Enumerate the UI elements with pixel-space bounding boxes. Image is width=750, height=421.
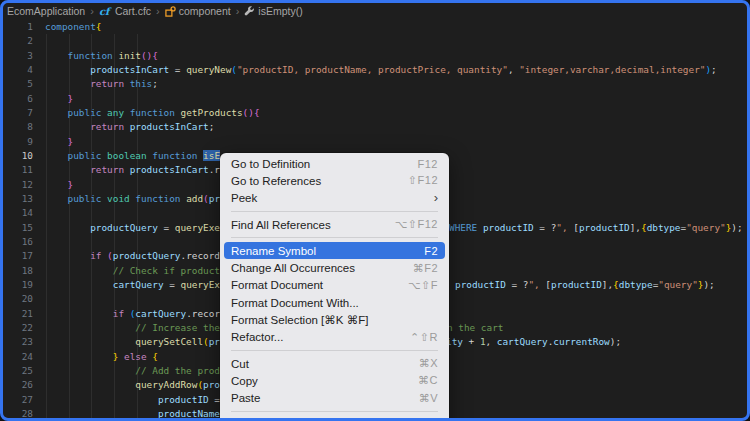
code-line-7[interactable]: public any function getProducts(){	[45, 106, 747, 121]
line-number: 25	[3, 364, 33, 379]
code-token: dbtype	[619, 279, 653, 290]
code-token	[45, 150, 68, 161]
code-token: if	[90, 250, 101, 261]
code-token: productID	[455, 279, 506, 290]
line-number: 5	[3, 77, 33, 92]
code-token: =	[164, 279, 181, 290]
menu-item-toggle-cf-comment[interactable]: Toggle CF comment⌃⌥C	[224, 416, 445, 421]
code-token: productName	[158, 408, 220, 419]
code-token: productID	[483, 222, 534, 233]
code-token: cartQuery	[135, 308, 186, 319]
code-token	[45, 250, 90, 261]
line-number: 1	[3, 20, 33, 35]
code-token: (){	[243, 107, 260, 118]
breadcrumb-label: component	[179, 5, 231, 17]
menu-item-label: Format Selection [⌘K ⌘F]	[231, 313, 438, 327]
menu-item-go-to-definition[interactable]: Go to DefinitionF12	[224, 155, 445, 172]
code-token: .record	[181, 250, 221, 261]
code-line-6[interactable]: }	[45, 92, 747, 107]
menu-item-label: Paste	[231, 392, 419, 404]
line-number: 21	[3, 307, 33, 322]
line-number: 17	[3, 249, 33, 264]
code-token: ;	[209, 121, 215, 132]
code-token: function	[135, 193, 180, 204]
code-token: productID	[579, 222, 630, 233]
code-line-4[interactable]: productsInCart = queryNew("productID, pr…	[45, 63, 747, 78]
code-token: }	[68, 136, 74, 147]
code-token: public	[68, 193, 102, 204]
code-line-8[interactable]: return productsInCart;	[45, 120, 747, 135]
breadcrumb-item-ecomapplication[interactable]: EcomApplication	[7, 5, 85, 17]
code-token: {	[96, 21, 102, 32]
code-line-3[interactable]: function init(){	[45, 49, 747, 64]
menu-item-change-all-occurrences[interactable]: Change All Occurrences⌘F2	[224, 259, 445, 276]
menu-separator	[231, 350, 438, 351]
code-token: productQuery	[90, 222, 158, 233]
code-token: = ?	[534, 222, 557, 233]
code-token: pro	[203, 379, 220, 390]
code-token: querySetCell	[135, 336, 203, 347]
code-token: return	[90, 164, 124, 175]
code-token: queryExe	[175, 222, 220, 233]
code-token: {	[152, 351, 158, 362]
menu-item-label: Find All References	[231, 219, 395, 231]
menu-item-format-document-with[interactable]: Format Document With...	[224, 294, 445, 311]
menu-item-label: Cut	[231, 358, 419, 370]
menu-item-cut[interactable]: Cut⌘X	[224, 355, 445, 372]
line-number: 28	[3, 407, 33, 421]
menu-item-format-selection-k-f[interactable]: Format Selection [⌘K ⌘F]	[224, 311, 445, 328]
code-token: "query"	[686, 222, 726, 233]
menu-item-rename-symbol[interactable]: Rename SymbolF2	[224, 242, 445, 259]
breadcrumb-label: EcomApplication	[7, 5, 85, 17]
menu-shortcut: F12	[418, 158, 438, 170]
menu-item-format-document[interactable]: Format Document⌥⇧F	[224, 277, 445, 294]
menu-item-label: Go to References	[231, 175, 408, 187]
menu-item-go-to-references[interactable]: Go to References⇧F12	[224, 172, 445, 189]
menu-item-paste[interactable]: Paste⌘V	[224, 390, 445, 407]
menu-item-refactor[interactable]: Refactor...⌃⇧R	[224, 329, 445, 346]
code-token: =	[209, 394, 220, 405]
vscode-window: EcomApplication›cfCart.cfc›component›isE…	[0, 0, 750, 421]
menu-item-copy[interactable]: Copy⌘C	[224, 372, 445, 389]
code-right-segment: WHERE productID = ?", [productID],{dbtyp…	[449, 221, 743, 235]
context-menu: Go to DefinitionF12Go to References⇧F12P…	[220, 153, 449, 421]
code-token	[45, 379, 135, 390]
code-token: function	[152, 150, 197, 161]
breadcrumb-item-isempty[interactable]: isEmpty()	[244, 5, 302, 17]
code-token: return	[90, 78, 124, 89]
code-right-segment: n the cart	[447, 321, 503, 335]
line-number: 22	[3, 321, 33, 336]
code-line-9[interactable]: }	[45, 135, 747, 150]
code-line-2[interactable]	[45, 34, 747, 49]
code-token: function	[130, 107, 175, 118]
menu-item-find-all-references[interactable]: Find All References⌥⇧F12	[224, 216, 445, 233]
menu-item-label: Copy	[231, 375, 418, 387]
code-token: );	[731, 222, 742, 233]
code-line-5[interactable]: return this;	[45, 77, 747, 92]
code-token: cartQuery	[113, 279, 164, 290]
line-number: 3	[3, 49, 33, 64]
code-token: productsInCart	[130, 164, 209, 175]
code-token	[45, 179, 68, 190]
code-token: .r	[209, 164, 220, 175]
code-token	[45, 279, 113, 290]
selected-symbol: isE	[203, 150, 220, 161]
menu-shortcut: ⌥⇧F12	[395, 218, 438, 231]
menu-item-peek[interactable]: Peek›	[224, 190, 445, 207]
code-token	[45, 78, 90, 89]
breadcrumb-item-cart-cfc[interactable]: cfCart.cfc	[99, 5, 151, 17]
cfml-file-icon: cf	[99, 6, 112, 17]
code-token: any	[107, 107, 124, 118]
code-token: +	[463, 336, 480, 347]
code-token: dbtype	[647, 222, 681, 233]
menu-shortcut: ⌥⇧F	[408, 279, 438, 292]
code-token	[45, 336, 135, 347]
menu-item-label: Change All Occurrences	[231, 262, 413, 274]
menu-separator	[231, 237, 438, 238]
code-token	[45, 308, 113, 319]
code-token: boolean	[107, 150, 147, 161]
code-line-1[interactable]: component{	[45, 20, 747, 35]
line-number: 12	[3, 178, 33, 193]
breadcrumb-item-component[interactable]: component	[165, 5, 231, 17]
line-number: 11	[3, 163, 33, 178]
